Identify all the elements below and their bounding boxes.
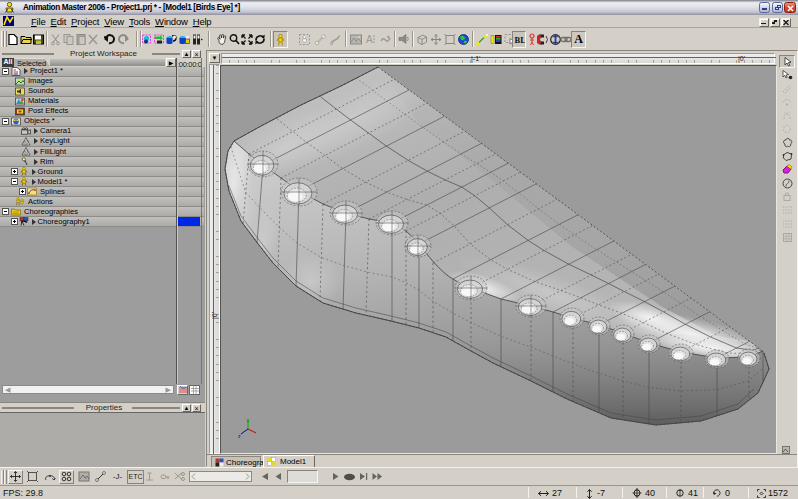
svg-text:BL: BL xyxy=(514,35,525,45)
svg-text:z: z xyxy=(238,433,241,439)
svg-text:A: A xyxy=(366,34,373,45)
